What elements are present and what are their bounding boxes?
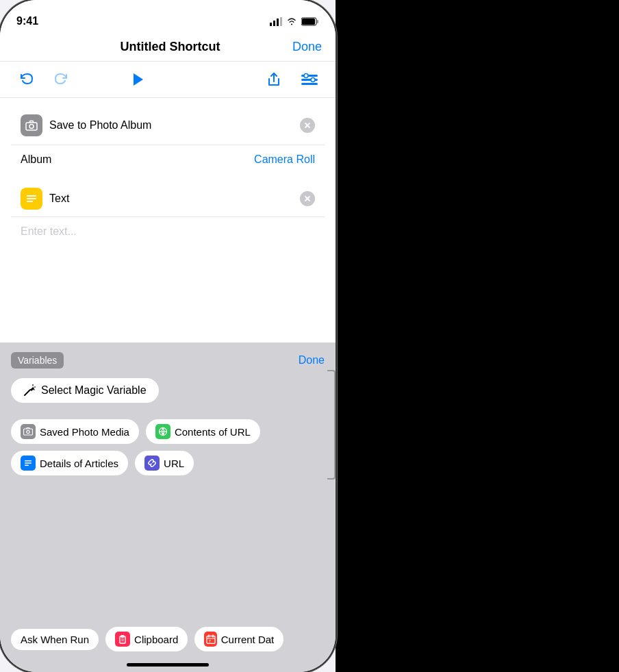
details-articles-icon [21,456,36,471]
text-header: Text [11,181,325,216]
chip-url[interactable]: URL [135,451,194,475]
chip-url-text: URL [164,458,184,469]
chip-current-date[interactable]: 7 Current Dat [194,627,283,651]
text-icon [21,188,42,210]
variables-done-button[interactable]: Done [299,354,325,366]
action-header: Save to Photo Album [11,106,325,145]
svg-rect-39 [207,636,215,644]
svg-rect-13 [26,123,37,130]
svg-rect-0 [270,23,272,26]
text-close-button[interactable] [300,191,315,206]
close-button[interactable] [300,118,315,133]
svg-rect-18 [27,198,36,199]
redo-button[interactable] [49,67,74,92]
text-block: Text Enter text... [11,181,325,306]
chip-saved-photo-text: Saved Photo Media [40,426,129,438]
clipboard-icon [115,632,130,647]
svg-rect-31 [25,460,31,462]
chip-clipboard[interactable]: Clipboard [105,627,188,651]
signal-icon [270,17,282,26]
svg-rect-36 [121,636,124,638]
variables-header: Variables Done [11,352,325,369]
toolbar [0,62,336,98]
variables-panel: Variables Done Select Magic Variable [0,343,336,672]
magic-wand-icon [23,384,36,397]
svg-point-28 [27,430,29,433]
svg-rect-32 [25,462,31,464]
text-title: Text [49,192,300,205]
album-label: Album [21,153,254,166]
contents-url-icon [155,424,170,439]
url-icon [144,456,160,471]
current-date-icon: 7 [204,632,216,647]
svg-rect-5 [302,18,315,25]
variables-label: Variables [11,352,64,369]
svg-rect-2 [277,18,279,26]
magic-btn-text: Select Magic Variable [41,384,147,397]
svg-marker-7 [134,73,143,86]
nav-title: Untitled Shortcut [120,40,220,54]
settings-button[interactable] [297,67,322,92]
svg-rect-10 [301,83,318,85]
undo-button[interactable] [14,67,38,92]
share-button[interactable] [262,67,286,92]
status-icons [270,17,319,26]
status-bar: 9:41 [0,0,336,34]
album-value: Camera Roll [254,153,315,166]
svg-point-14 [29,125,34,129]
svg-rect-3 [280,17,282,26]
svg-line-22 [25,390,30,395]
status-time: 9:41 [16,15,38,27]
wifi-icon [286,17,297,25]
svg-point-12 [311,78,315,82]
svg-rect-27 [24,429,33,435]
camera-icon [21,114,42,136]
variable-chips-row-1: Saved Photo Media Contents of URL [11,419,325,444]
svg-rect-33 [25,465,29,466]
svg-rect-1 [273,21,275,26]
battery-icon [301,17,319,26]
side-bracket [327,370,336,480]
toolbar-right [262,67,322,92]
saved-photo-icon [21,424,36,439]
svg-rect-19 [27,201,33,202]
current-date-text: Current Dat [221,634,275,645]
chip-contents-of-url[interactable]: Contents of URL [146,419,260,444]
action-title: Save to Photo Album [49,119,300,132]
home-indicator [127,663,209,667]
nav-done-button[interactable]: Done [292,40,322,54]
chip-contents-url-text: Contents of URL [175,426,251,438]
svg-rect-6 [317,20,318,23]
chip-saved-photo-media[interactable]: Saved Photo Media [11,419,139,444]
svg-rect-17 [27,195,36,197]
album-row[interactable]: Album Camera Roll [11,145,325,174]
svg-point-11 [304,74,308,78]
save-to-photo-album-block: Save to Photo Album Album Camera Roll [11,106,325,174]
play-button[interactable] [126,67,151,92]
ask-when-run-text: Ask When Run [21,634,89,645]
nav-bar: Untitled Shortcut Done [0,34,336,62]
variable-chips-row-2: Details of Articles URL [11,451,325,475]
clipboard-text: Clipboard [134,634,178,645]
text-placeholder: Enter text... [21,225,77,237]
bottom-chips-row: Ask When Run Clipboard [11,627,336,651]
select-magic-variable-button[interactable]: Select Magic Variable [11,378,159,403]
chip-details-of-articles[interactable]: Details of Articles [11,451,128,475]
text-input-area[interactable]: Enter text... [11,216,325,306]
svg-text:7: 7 [209,639,211,643]
chip-details-articles-text: Details of Articles [40,458,118,469]
chip-ask-when-run[interactable]: Ask When Run [11,629,99,650]
